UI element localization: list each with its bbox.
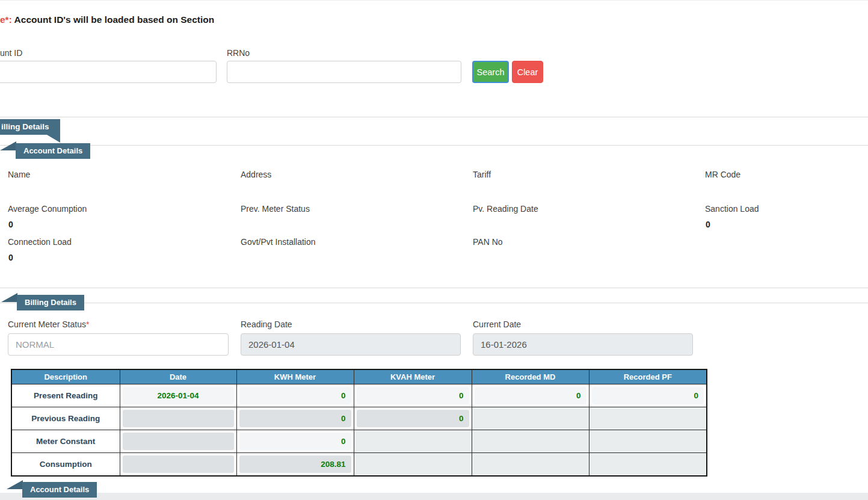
note-prefix: e*:: [0, 14, 12, 25]
separator-line: [0, 117, 868, 117]
ribbon-tip-shape: [7, 480, 23, 489]
empty-cell: [354, 430, 472, 452]
field-label-prev-meter-status: Prev. Meter Status: [241, 204, 310, 214]
ribbon-tip-shape: [1, 293, 17, 302]
column-header-pf: Recorded PF: [589, 369, 707, 384]
current-meter-status-input[interactable]: [8, 333, 229, 356]
billing-details-tab[interactable]: illing Details: [0, 119, 60, 135]
clear-button[interactable]: Clear: [512, 61, 543, 83]
table-row-present-reading: Present Reading 2026-01-04 0 0 0 0: [11, 384, 707, 407]
required-marker: *: [86, 319, 89, 329]
table-header-row: Description Date KWH Meter KVAH Meter Re…: [11, 369, 707, 384]
section-note: e*: Account ID's will be loaded based on…: [0, 14, 214, 25]
field-label-pv-reading-date: Pv. Reading Date: [473, 204, 538, 214]
fieldset-border-line: [0, 145, 868, 146]
current-date-input: [473, 333, 693, 356]
field-label-average-consumption: Average Conumption: [8, 204, 87, 214]
field-label-address: Address: [241, 170, 271, 179]
empty-cell: [589, 407, 707, 430]
reading-date-label: Reading Date: [241, 319, 292, 329]
row-label: Present Reading: [11, 384, 120, 407]
field-label-mr-code: MR Code: [705, 170, 740, 179]
meter-constant-kwh-input[interactable]: 0: [239, 433, 351, 450]
consumption-date-input: [123, 455, 234, 473]
page: e*: Account ID's will be loaded based on…: [0, 0, 868, 500]
meter-constant-date-input: [123, 433, 234, 450]
tab-tail-shape: [47, 135, 60, 143]
current-meter-status-label-text: Current Meter Status: [8, 319, 86, 329]
field-value-sanction-load: 0: [706, 220, 710, 229]
readings-table: Description Date KWH Meter KVAH Meter Re…: [11, 369, 707, 477]
previous-date-input: [123, 410, 234, 427]
field-value-average-consumption: 0: [8, 220, 13, 229]
empty-cell: [354, 452, 472, 476]
next-section-strip: [0, 493, 868, 500]
field-value-connection-load: 0: [8, 253, 13, 262]
separator-line: [0, 288, 868, 288]
present-pf-input[interactable]: 0: [592, 387, 704, 404]
column-header-md: Recorded MD: [472, 369, 589, 384]
previous-kwh-input: 0: [239, 410, 351, 427]
empty-cell: [589, 452, 707, 476]
column-header-description: Description: [11, 369, 120, 384]
field-label-sanction-load: Sanction Load: [705, 204, 759, 214]
fieldset-border-line: [0, 303, 868, 303]
row-label: Previous Reading: [11, 407, 120, 430]
present-md-input[interactable]: 0: [475, 387, 586, 404]
field-label-tariff: Tariff: [473, 170, 491, 179]
column-header-date: Date: [120, 369, 236, 384]
table-row-consumption: Consumption 208.81: [11, 452, 707, 476]
account-id-input[interactable]: [0, 61, 217, 83]
empty-cell: [472, 452, 589, 476]
field-label-name: Name: [8, 170, 30, 179]
current-date-label: Current Date: [473, 319, 521, 329]
account-details-bottom-ribbon-label: Account Details: [22, 482, 97, 498]
table-row-meter-constant: Meter Constant 0: [11, 430, 707, 452]
column-header-kvah: KVAH Meter: [354, 369, 472, 384]
current-meter-status-label: Current Meter Status*: [8, 319, 89, 329]
rrno-input[interactable]: [227, 61, 461, 83]
field-label-connection-load: Connection Load: [8, 237, 72, 247]
account-details-ribbon-label: Account Details: [16, 143, 90, 159]
column-header-kwh: KWH Meter: [236, 369, 354, 384]
empty-cell: [589, 430, 707, 452]
reading-date-input: [241, 333, 461, 356]
present-kwh-input[interactable]: 0: [239, 387, 351, 404]
note-text: Account ID's will be loaded based on Sec…: [14, 14, 215, 25]
field-label-govt-pvt-installation: Govt/Pvt Installation: [241, 237, 316, 247]
ribbon-tip-shape: [0, 141, 16, 150]
present-kvah-input[interactable]: 0: [357, 387, 469, 404]
field-label-pan-no: PAN No: [473, 237, 503, 247]
empty-cell: [472, 430, 589, 452]
consumption-kwh-input: 208.81: [239, 455, 351, 473]
search-button[interactable]: Search: [472, 61, 509, 83]
row-label: Consumption: [11, 452, 120, 476]
billing-details-ribbon-label: Billing Details: [17, 295, 84, 310]
table-row-previous-reading: Previous Reading 0 0: [11, 407, 707, 430]
empty-cell: [472, 407, 589, 430]
billing-details-tab-label: illing Details: [0, 119, 60, 135]
present-date-input[interactable]: 2026-01-04: [123, 387, 234, 404]
row-label: Meter Constant: [11, 430, 120, 452]
previous-kvah-input: 0: [357, 410, 469, 427]
rrno-label: RRNo: [227, 48, 250, 58]
account-id-label: unt ID: [0, 48, 22, 58]
